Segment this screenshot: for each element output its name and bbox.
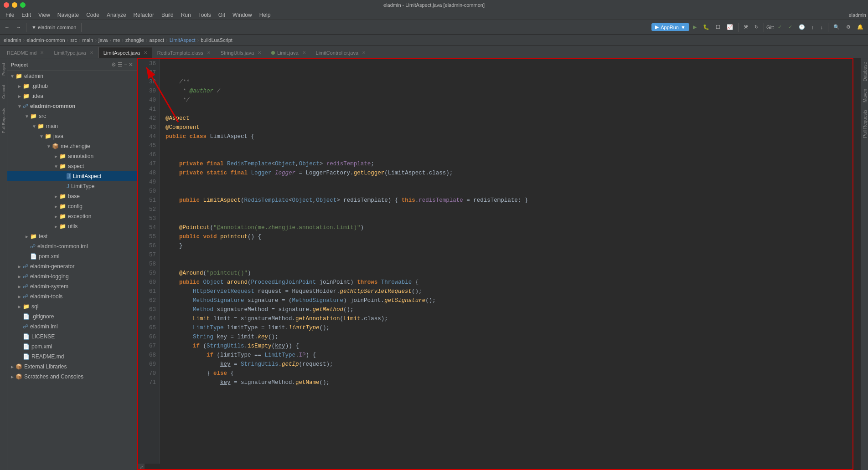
bc-zhengjie[interactable]: zhengjie — [125, 37, 144, 43]
menu-file[interactable]: File — [2, 11, 18, 19]
scroll-expand-icon[interactable]: ⤢ — [139, 465, 144, 470]
bc-aspect[interactable]: aspect — [150, 37, 164, 43]
commit-panel-label[interactable]: Commit — [0, 82, 7, 102]
tree-item-limitaspect[interactable]: J LimitAspect — [7, 171, 137, 181]
bc-java[interactable]: java — [98, 37, 108, 43]
tab-limitaspect[interactable]: LimitAspect.java ✕ — [98, 47, 152, 58]
bc-me[interactable]: me — [113, 37, 120, 43]
git-push-btn[interactable]: ↑ — [809, 22, 817, 33]
tab-limitcontroller-close[interactable]: ✕ — [362, 50, 366, 55]
tab-limitcontroller[interactable]: LimitController.java ✕ — [311, 47, 371, 58]
profile-btn[interactable]: 📈 — [724, 22, 736, 33]
run-config-btn[interactable]: ▶ AppRun ▼ — [651, 23, 689, 31]
tree-item-sql[interactable]: ► 📁 sql — [7, 301, 137, 312]
menu-code[interactable]: Code — [83, 11, 103, 19]
toolbar-back[interactable]: ← — [2, 22, 12, 33]
database-panel-label[interactable]: Database — [861, 58, 868, 85]
editor-scrollbar[interactable]: ⤢ — [137, 464, 145, 470]
bc-buildluascript[interactable]: buildLuaScript — [201, 37, 232, 43]
tree-item-eladmin-common[interactable]: ▼ ☍ eladmin-common — [7, 101, 137, 111]
menu-window[interactable]: Window — [229, 11, 256, 19]
tree-item-pom-common[interactable]: 📄 pom.xml — [7, 251, 137, 261]
tree-item-eladmin[interactable]: ▼ 📁 eladmin — [7, 71, 137, 81]
notifications-btn[interactable]: 🔔 — [854, 22, 866, 33]
tab-limittype[interactable]: LimitType.java ✕ — [49, 47, 98, 58]
tree-item-exception[interactable]: ► 📁 exception — [7, 211, 137, 221]
menu-git[interactable]: Git — [215, 11, 229, 19]
tab-stringutils[interactable]: StringUtils.java ✕ — [216, 47, 266, 58]
minimize-btn[interactable] — [12, 2, 17, 8]
git-check-btn[interactable]: ✓ — [775, 22, 785, 33]
tree-item-eladmin-iml[interactable]: ☍ eladmin.iml — [7, 322, 137, 332]
reload-btn[interactable]: ↻ — [752, 22, 761, 33]
menu-tools[interactable]: Tools — [195, 11, 215, 19]
menu-analyze[interactable]: Analyze — [103, 11, 130, 19]
tree-item-logging[interactable]: ► ☍ eladmin-logging — [7, 271, 137, 281]
maximize-btn[interactable] — [20, 2, 26, 8]
bc-main[interactable]: main — [83, 37, 93, 43]
settings-btn[interactable]: ⚙ — [843, 22, 853, 33]
menu-build[interactable]: Build — [158, 11, 177, 19]
tree-item-common-iml[interactable]: ☍ eladmin-common.iml — [7, 241, 137, 251]
bc-eladmin-common[interactable]: eladmin-common — [26, 37, 65, 43]
tree-item-generator[interactable]: ► ☍ eladmin-generator — [7, 261, 137, 271]
tree-item-base[interactable]: ► 📁 base — [7, 191, 137, 201]
sidebar-layout-icon[interactable]: ☰ — [118, 61, 123, 68]
tree-item-java[interactable]: ▼ 📁 java — [7, 131, 137, 141]
search-btn[interactable]: 🔍 — [831, 22, 842, 33]
tree-item-pom-root[interactable]: 📄 pom.xml — [7, 342, 137, 352]
tree-item-test[interactable]: ► 📁 test — [7, 231, 137, 241]
tree-item-config[interactable]: ► 📁 config — [7, 201, 137, 211]
tree-item-system[interactable]: ► ☍ eladmin-system — [7, 281, 137, 291]
tab-limit-close[interactable]: ✕ — [302, 50, 306, 55]
run-btn[interactable]: ▶ — [690, 22, 699, 33]
menu-help[interactable]: Help — [256, 11, 274, 19]
tab-readme-close[interactable]: ✕ — [40, 50, 44, 55]
tab-limittype-close[interactable]: ✕ — [90, 50, 93, 55]
bc-src[interactable]: src — [70, 37, 77, 43]
maven-panel-label[interactable]: Maven — [861, 85, 868, 106]
tree-item-scratches[interactable]: ► 📦 Scratches and Consoles — [7, 372, 137, 382]
tab-redistemplate[interactable]: RedisTemplate.class ✕ — [152, 47, 216, 58]
menu-run[interactable]: Run — [177, 11, 195, 19]
tab-limitaspect-close[interactable]: ✕ — [144, 50, 147, 55]
menu-edit[interactable]: Edit — [18, 11, 35, 19]
tree-item-src[interactable]: ▼ 📁 src — [7, 111, 137, 121]
tree-item-github[interactable]: ► 📁 .github — [7, 81, 137, 91]
tree-item-mezhengjie[interactable]: ▼ 📦 me.zhengjie — [7, 141, 137, 151]
bc-limitaspect[interactable]: LimitAspect — [170, 37, 196, 43]
debug-btn[interactable]: 🐛 — [700, 22, 712, 33]
pull-requests-left-label[interactable]: Pull Requests — [0, 105, 7, 136]
tab-stringutils-close[interactable]: ✕ — [258, 50, 261, 55]
close-btn[interactable] — [4, 2, 9, 8]
code-editor[interactable]: /** * @author / */ @Aspect @Component pu… — [160, 58, 861, 464]
build-btn[interactable]: ⚒ — [741, 22, 751, 33]
coverage-btn[interactable]: ☐ — [713, 22, 723, 33]
git-history-btn[interactable]: 🕐 — [796, 22, 808, 33]
tree-item-license[interactable]: 📄 LICENSE — [7, 332, 137, 342]
tree-item-gitignore[interactable]: 📄 .gitignore — [7, 312, 137, 322]
tree-item-main[interactable]: ▼ 📁 main — [7, 121, 137, 131]
sidebar-settings-icon[interactable]: ⚙ — [111, 61, 116, 68]
tree-item-tools[interactable]: ► ☍ eladmin-tools — [7, 291, 137, 301]
tree-item-external-libs[interactable]: ► 📦 External Libraries — [7, 362, 137, 372]
menu-navigate[interactable]: Navigate — [54, 11, 83, 19]
tree-item-annotation[interactable]: ► 📁 annotation — [7, 151, 137, 161]
tab-limit[interactable]: Limit.java ✕ — [266, 47, 310, 58]
project-select[interactable]: ▼ eladmin-common — [29, 25, 79, 30]
pull-requests-right-label[interactable]: Pull Requests — [861, 106, 868, 142]
sidebar-collapse-icon[interactable]: − — [124, 61, 127, 68]
tree-item-limittype[interactable]: J LimitType — [7, 181, 137, 191]
tree-item-readme[interactable]: 📄 README.md — [7, 352, 137, 362]
tree-item-aspect[interactable]: ▼ 📁 aspect — [7, 161, 137, 171]
toolbar-fwd[interactable]: → — [13, 22, 24, 33]
git-pull-btn[interactable]: ↓ — [818, 22, 826, 33]
menu-view[interactable]: View — [35, 11, 54, 19]
tab-redistemplate-close[interactable]: ✕ — [207, 50, 211, 55]
tree-item-idea[interactable]: ► 📁 .idea — [7, 91, 137, 101]
project-panel-label[interactable]: Project — [0, 60, 7, 78]
git-check2-btn[interactable]: ✓ — [785, 22, 795, 33]
menu-refactor[interactable]: Refactor — [130, 11, 158, 19]
tab-readme[interactable]: README.md ✕ — [2, 47, 49, 58]
sidebar-close-icon[interactable]: ✕ — [129, 61, 133, 68]
